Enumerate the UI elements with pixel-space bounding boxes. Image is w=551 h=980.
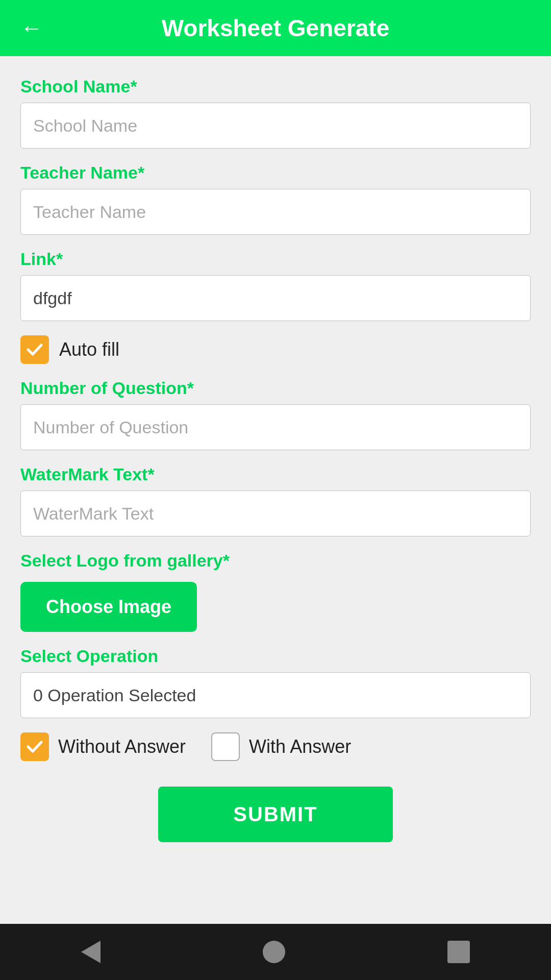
operation-label: Select Operation bbox=[20, 646, 531, 666]
submit-button[interactable]: SUBMIT bbox=[158, 787, 393, 842]
bottom-navigation bbox=[0, 924, 551, 980]
with-answer-label: With Answer bbox=[249, 736, 351, 757]
nav-recent-button[interactable] bbox=[447, 941, 470, 963]
nav-back-button[interactable] bbox=[81, 941, 101, 963]
home-nav-icon bbox=[263, 941, 285, 963]
without-answer-option: Without Answer bbox=[20, 732, 186, 761]
choose-image-button[interactable]: Choose Image bbox=[20, 582, 197, 632]
without-answer-checkbox[interactable] bbox=[20, 732, 49, 761]
autofill-checkbox[interactable] bbox=[20, 335, 49, 364]
nav-home-button[interactable] bbox=[263, 941, 285, 963]
school-name-label: School Name* bbox=[20, 77, 531, 96]
watermark-input[interactable] bbox=[20, 491, 531, 536]
num-question-input[interactable] bbox=[20, 404, 531, 450]
back-nav-icon bbox=[81, 941, 101, 963]
teacher-name-input[interactable] bbox=[20, 189, 531, 235]
top-bar: ← Worksheet Generate bbox=[0, 0, 551, 56]
school-name-input[interactable] bbox=[20, 103, 531, 149]
with-answer-option: With Answer bbox=[211, 732, 351, 761]
back-button[interactable]: ← bbox=[20, 15, 43, 41]
form-content: School Name* Teacher Name* Link* Auto fi… bbox=[0, 56, 551, 924]
watermark-label: WaterMark Text* bbox=[20, 464, 531, 484]
num-question-label: Number of Question* bbox=[20, 378, 531, 398]
autofill-row: Auto fill bbox=[20, 335, 531, 364]
answer-options-row: Without Answer With Answer bbox=[20, 732, 531, 761]
without-answer-label: Without Answer bbox=[58, 736, 186, 757]
teacher-name-label: Teacher Name* bbox=[20, 163, 531, 183]
page-title: Worksheet Generate bbox=[20, 14, 531, 42]
link-label: Link* bbox=[20, 249, 531, 269]
with-answer-checkbox[interactable] bbox=[211, 732, 240, 761]
recent-nav-icon bbox=[447, 941, 470, 963]
link-input[interactable] bbox=[20, 275, 531, 321]
logo-label: Select Logo from gallery* bbox=[20, 551, 531, 571]
operation-input[interactable] bbox=[20, 672, 531, 718]
autofill-label: Auto fill bbox=[59, 339, 119, 360]
